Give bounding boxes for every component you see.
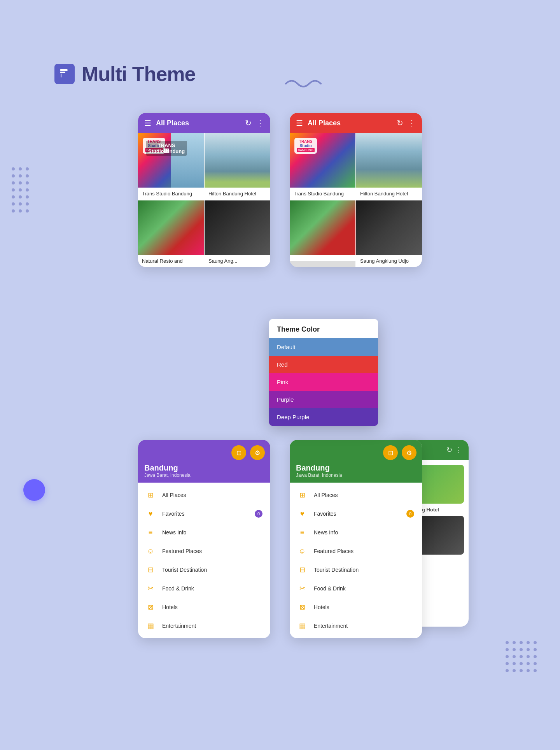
place-hilton-right[interactable]: Hilton Bandung Hotel xyxy=(356,133,422,200)
all-places-icon: ⊞ xyxy=(146,490,155,500)
red-theme-phone: ☰ All Places ↻ ⋮ TRANS Studio BANDUNG Tr… xyxy=(290,113,422,267)
menu-item-hotels-r[interactable]: ⊠ Hotels xyxy=(290,598,422,617)
place-label: Trans Studio Bandung xyxy=(290,188,355,200)
paint-tool-icon xyxy=(58,68,71,80)
place-hilton-left[interactable]: Hilton Bandung Hotel xyxy=(205,133,270,200)
place-label: Hilton Bandung Hotel xyxy=(205,188,270,200)
menu-item-tourist[interactable]: ⊟ Tourist Destination xyxy=(138,560,270,579)
place-label: Natural Resto and xyxy=(138,255,204,267)
featured-icon-r: ☺ xyxy=(298,546,307,556)
drawer-icon-btn-left-2[interactable]: ⚙ xyxy=(250,445,265,460)
menu-item-hotels[interactable]: ⊠ Hotels xyxy=(138,598,270,617)
drawer-icon-btn-right-1[interactable]: ⊡ xyxy=(383,445,398,460)
place-label: Saung Angklung Udjo xyxy=(356,255,422,267)
refresh-icon-right[interactable]: ↻ xyxy=(397,118,403,128)
entertainment-icon: ▦ xyxy=(146,621,155,631)
menu-item-all-places-r[interactable]: ⊞ All Places xyxy=(290,486,422,504)
featured-icon: ☺ xyxy=(146,546,155,556)
place-trans-studio-left[interactable]: TRANS Studio BANDUNG Trans Studio Bandun… xyxy=(138,133,204,200)
drawer-city-right: Bandung Jawa Barat, Indonesia xyxy=(296,464,342,478)
svg-rect-2 xyxy=(61,74,61,77)
dropdown-item-red[interactable]: Red xyxy=(269,356,378,373)
place-trans-studio-right[interactable]: TRANS Studio BANDUNG Trans Studio Bandun… xyxy=(290,133,355,200)
dropdown-item-pink[interactable]: Pink xyxy=(269,373,378,391)
place-label: Saung Ang... xyxy=(205,255,270,267)
menu-item-food[interactable]: ✂ Food & Drink xyxy=(138,579,270,598)
purple-drawer-phone: ⊡ ⚙ Bandung Jawa Barat, Indonesia ⊞ All … xyxy=(138,440,270,638)
page-title: Multi Theme xyxy=(82,62,195,86)
favorites-badge: 0 xyxy=(255,510,262,518)
menu-item-featured-r[interactable]: ☺ Featured Places xyxy=(290,542,422,560)
place-label: Trans Studio Bandung xyxy=(138,188,204,200)
purple-app-bar: ☰ All Places ↻ ⋮ xyxy=(138,113,270,133)
menu-item-food-r[interactable]: ✂ Food & Drink xyxy=(290,579,422,598)
tourist-icon-r: ⊟ xyxy=(298,565,307,574)
menu-item-favorites[interactable]: ♥ Favorites 0 xyxy=(138,504,270,523)
menu-item-all-places[interactable]: ⊞ All Places xyxy=(138,486,270,504)
place-label: Hilton Bandung Hotel xyxy=(356,188,422,200)
drawer-menu-left: ⊞ All Places ♥ Favorites 0 ≡ News Info ☺… xyxy=(138,483,270,638)
more-icon-right[interactable]: ⋮ xyxy=(408,118,416,128)
menu-item-featured[interactable]: ☺ Featured Places xyxy=(138,542,270,560)
menu-icon-left[interactable]: ☰ xyxy=(144,118,151,128)
drawer-city-left: Bandung Jawa Barat, Indonesia xyxy=(144,464,191,478)
drawer-icon-btn-left-1[interactable]: ⊡ xyxy=(231,445,246,460)
svg-rect-1 xyxy=(60,72,65,73)
place-natural-right[interactable] xyxy=(290,200,355,267)
green-drawer-header: ⊡ ⚙ Bandung Jawa Barat, Indonesia xyxy=(290,440,422,483)
purple-bar-title: All Places xyxy=(156,119,240,127)
green-drawer-container: ↻ ⋮ on Bandung Hotel ⊡ ⚙ xyxy=(290,440,422,638)
place-grid-left: TRANS Studio BANDUNG Trans Studio Bandun… xyxy=(138,133,270,267)
top-phone-row: ☰ All Places ↻ ⋮ TRANS Studio BANDUNG xyxy=(47,113,513,267)
drawer-header-icons-right: ⊡ ⚙ xyxy=(383,445,416,460)
dropdown-item-default[interactable]: Default xyxy=(269,338,378,356)
dropdown-item-purple[interactable]: Purple xyxy=(269,391,378,408)
hotels-icon-r: ⊠ xyxy=(298,602,307,612)
place-saung-left[interactable]: Saung Ang... xyxy=(205,200,270,267)
refresh-icon-left[interactable]: ↻ xyxy=(245,118,252,128)
food-icon: ✂ xyxy=(146,584,155,593)
menu-item-tourist-r[interactable]: ⊟ Tourist Destination xyxy=(290,560,422,579)
red-bar-title: All Places xyxy=(308,119,392,127)
menu-item-news[interactable]: ≡ News Info xyxy=(138,523,270,542)
news-icon-r: ≡ xyxy=(298,528,307,537)
purple-drawer-header: ⊡ ⚙ Bandung Jawa Barat, Indonesia xyxy=(138,440,270,483)
menu-item-favorites-r[interactable]: ♥ Favorites 0 xyxy=(290,504,422,523)
wave-decoration xyxy=(284,76,323,89)
menu-item-news-r[interactable]: ≡ News Info xyxy=(290,523,422,542)
entertainment-icon-r: ▦ xyxy=(298,621,307,631)
green-drawer-phone: ⊡ ⚙ Bandung Jawa Barat, Indonesia ⊞ All … xyxy=(290,440,422,638)
more-icon-left[interactable]: ⋮ xyxy=(256,118,264,128)
red-app-bar: ☰ All Places ↻ ⋮ xyxy=(290,113,422,133)
place-grid-right: TRANS Studio BANDUNG Trans Studio Bandun… xyxy=(290,133,422,267)
dropdown-item-deep-purple[interactable]: Deep Purple xyxy=(269,408,378,426)
menu-icon-right[interactable]: ☰ xyxy=(296,118,303,128)
purple-theme-phone: ☰ All Places ↻ ⋮ TRANS Studio BANDUNG xyxy=(138,113,270,267)
right-dot-decoration xyxy=(506,641,537,672)
drawer-menu-right: ⊞ All Places ♥ Favorites 0 ≡ News Info ☺… xyxy=(290,483,422,638)
all-places-icon-r: ⊞ xyxy=(298,490,307,500)
place-saung-right[interactable]: Saung Angklung Udjo xyxy=(356,200,422,267)
favorites-badge-r: 0 xyxy=(406,510,414,518)
menu-item-entertainment[interactable]: ▦ Entertainment xyxy=(138,617,270,635)
page-header: Multi Theme xyxy=(54,62,195,86)
header-icon xyxy=(54,64,75,84)
tourist-icon: ⊟ xyxy=(146,565,155,574)
dropdown-title: Theme Color xyxy=(269,319,378,338)
svg-rect-0 xyxy=(60,69,68,71)
theme-color-dropdown[interactable]: Theme Color Default Red Pink Purple Deep… xyxy=(269,319,378,426)
news-icon: ≡ xyxy=(146,528,155,537)
drawer-header-icons-left: ⊡ ⚙ xyxy=(231,445,265,460)
drawer-icon-btn-right-2[interactable]: ⚙ xyxy=(402,445,416,460)
food-icon-r: ✂ xyxy=(298,584,307,593)
menu-item-entertainment-r[interactable]: ▦ Entertainment xyxy=(290,617,422,635)
hotels-icon: ⊠ xyxy=(146,602,155,612)
favorites-icon-r: ♥ xyxy=(298,509,307,518)
favorites-icon: ♥ xyxy=(146,509,155,518)
place-label xyxy=(290,255,355,261)
place-natural-left[interactable]: Natural Resto and xyxy=(138,200,204,267)
